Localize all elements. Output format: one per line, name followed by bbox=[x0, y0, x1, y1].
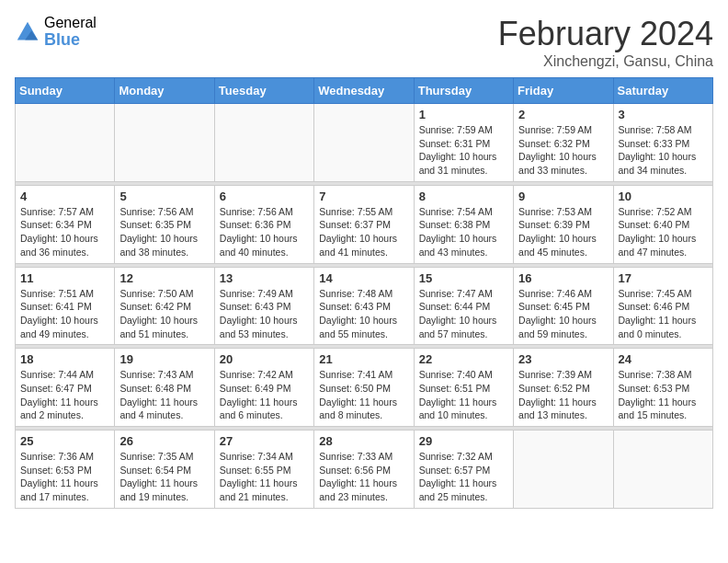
day-info: Sunrise: 7:57 AM Sunset: 6:34 PM Dayligh… bbox=[20, 205, 109, 259]
calendar-cell bbox=[214, 104, 313, 182]
day-number: 20 bbox=[220, 352, 309, 366]
calendar-cell: 1Sunrise: 7:59 AM Sunset: 6:31 PM Daylig… bbox=[414, 104, 513, 182]
calendar-cell: 3Sunrise: 7:58 AM Sunset: 6:33 PM Daylig… bbox=[613, 104, 712, 182]
calendar-cell: 20Sunrise: 7:42 AM Sunset: 6:49 PM Dayli… bbox=[214, 349, 313, 427]
day-info: Sunrise: 7:38 AM Sunset: 6:53 PM Dayligh… bbox=[619, 368, 708, 422]
day-info: Sunrise: 7:32 AM Sunset: 6:57 PM Dayligh… bbox=[419, 450, 508, 504]
day-info: Sunrise: 7:47 AM Sunset: 6:44 PM Dayligh… bbox=[419, 287, 508, 341]
day-number: 17 bbox=[619, 271, 708, 285]
day-info: Sunrise: 7:45 AM Sunset: 6:46 PM Dayligh… bbox=[619, 287, 708, 341]
day-info: Sunrise: 7:49 AM Sunset: 6:43 PM Dayligh… bbox=[220, 287, 309, 341]
calendar-cell: 14Sunrise: 7:48 AM Sunset: 6:43 PM Dayli… bbox=[314, 267, 414, 345]
calendar-cell: 15Sunrise: 7:47 AM Sunset: 6:44 PM Dayli… bbox=[414, 267, 513, 345]
day-number: 3 bbox=[619, 108, 708, 121]
calendar-table: SundayMondayTuesdayWednesdayThursdayFrid… bbox=[15, 77, 713, 509]
calendar-cell: 9Sunrise: 7:53 AM Sunset: 6:39 PM Daylig… bbox=[514, 185, 613, 263]
calendar-week-row: 25Sunrise: 7:36 AM Sunset: 6:53 PM Dayli… bbox=[16, 431, 713, 509]
calendar-cell bbox=[16, 104, 115, 182]
calendar-cell bbox=[314, 104, 414, 182]
day-info: Sunrise: 7:50 AM Sunset: 6:42 PM Dayligh… bbox=[119, 287, 209, 341]
location-subtitle: Xinchengzi, Gansu, China bbox=[498, 53, 713, 70]
calendar-cell: 17Sunrise: 7:45 AM Sunset: 6:46 PM Dayli… bbox=[613, 267, 712, 345]
day-info: Sunrise: 7:56 AM Sunset: 6:36 PM Dayligh… bbox=[220, 205, 309, 259]
day-info: Sunrise: 7:53 AM Sunset: 6:39 PM Dayligh… bbox=[518, 205, 608, 259]
title-area: February 2024 Xinchengzi, Gansu, China bbox=[498, 15, 713, 70]
calendar-cell: 4Sunrise: 7:57 AM Sunset: 6:34 PM Daylig… bbox=[16, 185, 115, 263]
calendar-week-row: 11Sunrise: 7:51 AM Sunset: 6:41 PM Dayli… bbox=[16, 267, 713, 345]
day-number: 12 bbox=[119, 271, 209, 285]
day-number: 10 bbox=[619, 190, 708, 203]
calendar-cell: 24Sunrise: 7:38 AM Sunset: 6:53 PM Dayli… bbox=[613, 349, 712, 427]
weekday-header-monday: Monday bbox=[115, 78, 214, 104]
day-number: 28 bbox=[319, 434, 408, 448]
calendar-cell: 8Sunrise: 7:54 AM Sunset: 6:38 PM Daylig… bbox=[414, 185, 513, 263]
day-info: Sunrise: 7:36 AM Sunset: 6:53 PM Dayligh… bbox=[20, 450, 109, 504]
calendar-cell: 16Sunrise: 7:46 AM Sunset: 6:45 PM Dayli… bbox=[514, 267, 613, 345]
day-number: 15 bbox=[419, 271, 508, 285]
calendar-cell bbox=[514, 431, 613, 509]
logo-text: General Blue bbox=[44, 15, 97, 49]
calendar-cell: 22Sunrise: 7:40 AM Sunset: 6:51 PM Dayli… bbox=[414, 349, 513, 427]
day-number: 14 bbox=[319, 271, 408, 285]
day-number: 29 bbox=[419, 434, 508, 448]
page-header: General Blue February 2024 Xinchengzi, G… bbox=[15, 15, 713, 70]
logo: General Blue bbox=[15, 15, 97, 49]
weekday-header-thursday: Thursday bbox=[414, 78, 513, 104]
calendar-week-row: 1Sunrise: 7:59 AM Sunset: 6:31 PM Daylig… bbox=[16, 104, 713, 182]
logo-icon bbox=[15, 19, 40, 45]
day-number: 23 bbox=[518, 352, 608, 366]
day-info: Sunrise: 7:58 AM Sunset: 6:33 PM Dayligh… bbox=[619, 123, 708, 178]
day-number: 11 bbox=[20, 271, 109, 285]
day-number: 27 bbox=[220, 434, 309, 448]
weekday-header-sunday: Sunday bbox=[16, 78, 115, 104]
calendar-cell: 27Sunrise: 7:34 AM Sunset: 6:55 PM Dayli… bbox=[214, 431, 313, 509]
day-number: 25 bbox=[20, 434, 109, 448]
day-info: Sunrise: 7:42 AM Sunset: 6:49 PM Dayligh… bbox=[220, 368, 309, 422]
day-info: Sunrise: 7:33 AM Sunset: 6:56 PM Dayligh… bbox=[319, 450, 408, 504]
calendar-cell: 18Sunrise: 7:44 AM Sunset: 6:47 PM Dayli… bbox=[16, 349, 115, 427]
day-number: 21 bbox=[319, 352, 408, 366]
day-info: Sunrise: 7:46 AM Sunset: 6:45 PM Dayligh… bbox=[518, 287, 608, 341]
day-info: Sunrise: 7:59 AM Sunset: 6:31 PM Dayligh… bbox=[419, 123, 508, 178]
day-number: 9 bbox=[518, 190, 608, 203]
calendar-cell: 29Sunrise: 7:32 AM Sunset: 6:57 PM Dayli… bbox=[414, 431, 513, 509]
month-year-title: February 2024 bbox=[498, 15, 713, 53]
calendar-cell: 5Sunrise: 7:56 AM Sunset: 6:35 PM Daylig… bbox=[115, 185, 214, 263]
day-number: 16 bbox=[518, 271, 608, 285]
calendar-cell: 12Sunrise: 7:50 AM Sunset: 6:42 PM Dayli… bbox=[115, 267, 214, 345]
day-number: 8 bbox=[419, 190, 508, 203]
weekday-header-tuesday: Tuesday bbox=[214, 78, 313, 104]
calendar-cell: 19Sunrise: 7:43 AM Sunset: 6:48 PM Dayli… bbox=[115, 349, 214, 427]
day-number: 18 bbox=[20, 352, 109, 366]
calendar-cell bbox=[613, 431, 712, 509]
day-info: Sunrise: 7:40 AM Sunset: 6:51 PM Dayligh… bbox=[419, 368, 508, 422]
calendar-cell: 11Sunrise: 7:51 AM Sunset: 6:41 PM Dayli… bbox=[16, 267, 115, 345]
day-info: Sunrise: 7:34 AM Sunset: 6:55 PM Dayligh… bbox=[220, 450, 309, 504]
calendar-cell: 21Sunrise: 7:41 AM Sunset: 6:50 PM Dayli… bbox=[314, 349, 414, 427]
day-number: 26 bbox=[119, 434, 209, 448]
calendar-cell: 13Sunrise: 7:49 AM Sunset: 6:43 PM Dayli… bbox=[214, 267, 313, 345]
calendar-week-row: 4Sunrise: 7:57 AM Sunset: 6:34 PM Daylig… bbox=[16, 185, 713, 263]
calendar-cell: 25Sunrise: 7:36 AM Sunset: 6:53 PM Dayli… bbox=[16, 431, 115, 509]
day-info: Sunrise: 7:44 AM Sunset: 6:47 PM Dayligh… bbox=[20, 368, 109, 422]
calendar-cell: 26Sunrise: 7:35 AM Sunset: 6:54 PM Dayli… bbox=[115, 431, 214, 509]
logo-blue: Blue bbox=[44, 31, 97, 50]
day-number: 6 bbox=[220, 190, 309, 203]
day-info: Sunrise: 7:54 AM Sunset: 6:38 PM Dayligh… bbox=[419, 205, 508, 259]
day-number: 4 bbox=[20, 190, 109, 203]
day-info: Sunrise: 7:41 AM Sunset: 6:50 PM Dayligh… bbox=[319, 368, 408, 422]
logo-general: General bbox=[44, 15, 97, 31]
weekday-header-row: SundayMondayTuesdayWednesdayThursdayFrid… bbox=[16, 78, 713, 104]
calendar-cell: 7Sunrise: 7:55 AM Sunset: 6:37 PM Daylig… bbox=[314, 185, 414, 263]
day-info: Sunrise: 7:35 AM Sunset: 6:54 PM Dayligh… bbox=[119, 450, 209, 504]
day-number: 5 bbox=[119, 190, 209, 203]
day-number: 2 bbox=[518, 108, 608, 121]
day-info: Sunrise: 7:52 AM Sunset: 6:40 PM Dayligh… bbox=[619, 205, 708, 259]
calendar-cell: 28Sunrise: 7:33 AM Sunset: 6:56 PM Dayli… bbox=[314, 431, 414, 509]
day-number: 7 bbox=[319, 190, 408, 203]
calendar-cell: 23Sunrise: 7:39 AM Sunset: 6:52 PM Dayli… bbox=[514, 349, 613, 427]
day-info: Sunrise: 7:39 AM Sunset: 6:52 PM Dayligh… bbox=[518, 368, 608, 422]
calendar-cell: 10Sunrise: 7:52 AM Sunset: 6:40 PM Dayli… bbox=[613, 185, 712, 263]
calendar-cell bbox=[115, 104, 214, 182]
calendar-cell: 6Sunrise: 7:56 AM Sunset: 6:36 PM Daylig… bbox=[214, 185, 313, 263]
